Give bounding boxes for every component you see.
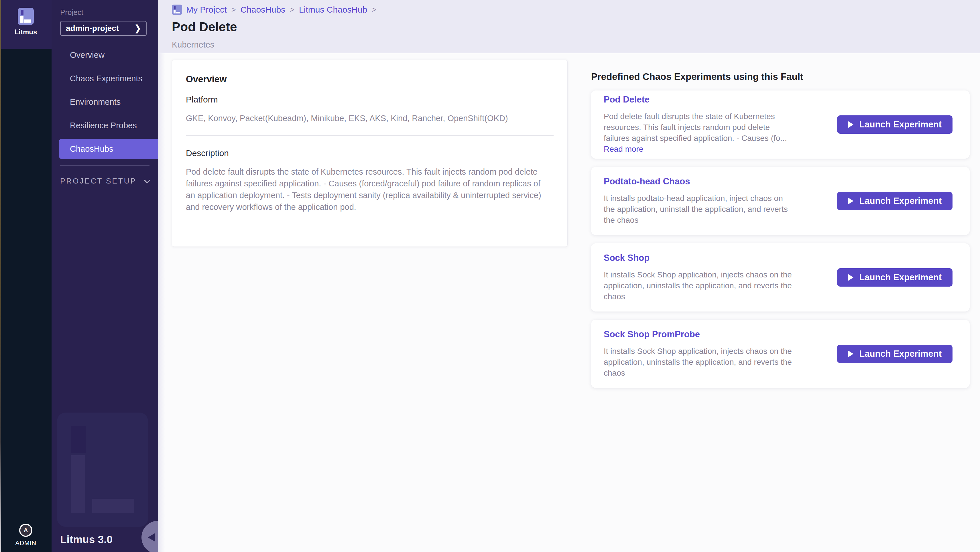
- sidebar-item-chaoshubs[interactable]: ChaosHubs: [59, 139, 158, 159]
- chevron-right-icon: ❯: [135, 23, 141, 33]
- breadcrumb-litmus-chaoshub[interactable]: Litmus ChaosHub: [299, 5, 367, 14]
- experiment-description: Pod delete fault disrupts the state of K…: [604, 111, 793, 154]
- sidebar-item-resilience-probes[interactable]: Resilience Probes: [51, 114, 158, 137]
- platform-list: GKE, Konvoy, Packet(Kubeadm), Minikube, …: [186, 114, 554, 123]
- experiment-title[interactable]: Pod Delete: [604, 94, 793, 105]
- project-setup-toggle[interactable]: PROJECT SETUP: [51, 177, 158, 186]
- experiment-description: It installs podtato-head application, in…: [604, 193, 793, 226]
- overview-divider: [186, 135, 554, 136]
- content: Overview Platform GKE, Konvoy, Packet(Ku…: [158, 53, 980, 388]
- play-icon: [848, 121, 853, 128]
- fault-description: Pod delete fault disrupts the state of K…: [186, 166, 544, 213]
- breadcrumb-separator: >: [371, 5, 377, 14]
- description-label: Description: [186, 148, 554, 158]
- project-setup-label: PROJECT SETUP: [60, 177, 137, 186]
- experiment-title[interactable]: Sock Shop: [604, 253, 793, 263]
- rail-spacer: [0, 49, 51, 523]
- page-title: Pod Delete: [172, 20, 980, 34]
- breadcrumb: My Project > ChaosHubs > Litmus ChaosHub…: [172, 5, 980, 15]
- avatar-initial: A: [24, 527, 28, 534]
- breadcrumb-my-project[interactable]: My Project: [186, 5, 227, 14]
- page-subtitle: Kubernetes: [172, 40, 980, 49]
- predefined-experiments-panel: Predefined Chaos Experiments using this …: [591, 60, 970, 388]
- platform-label: Platform: [186, 95, 554, 105]
- user-block: A ADMIN: [0, 523, 51, 552]
- experiment-card-sock-shop: Sock Shop It installs Sock Shop applicat…: [591, 243, 970, 312]
- play-icon: [848, 350, 853, 357]
- breadcrumb-separator: >: [289, 5, 295, 14]
- brand-name: Litmus: [14, 28, 37, 36]
- avatar[interactable]: A: [19, 523, 32, 537]
- version-label: Litmus 3.0: [60, 534, 113, 546]
- experiment-description: It installs Sock Shop application, injec…: [604, 346, 793, 379]
- read-more-link[interactable]: Read more: [604, 145, 643, 153]
- litmus-watermark-illustration: [57, 412, 148, 527]
- project-sidebar: Project admin-project ❯ Overview Chaos E…: [51, 0, 158, 552]
- experiment-title[interactable]: Podtato-head Chaos: [604, 177, 793, 187]
- main-area: My Project > ChaosHubs > Litmus ChaosHub…: [158, 0, 980, 552]
- breadcrumb-logo-icon: [172, 5, 182, 15]
- page-header: My Project > ChaosHubs > Litmus ChaosHub…: [158, 0, 980, 53]
- experiment-title[interactable]: Sock Shop PromProbe: [604, 329, 793, 340]
- project-label: Project: [60, 8, 158, 17]
- launch-experiment-button[interactable]: Launch Experiment: [837, 268, 953, 286]
- brand-rail: Litmus A ADMIN: [0, 0, 51, 552]
- predefined-experiments-heading: Predefined Chaos Experiments using this …: [591, 71, 970, 82]
- screen-edge-artifact: [0, 0, 1, 552]
- sidebar-nav: Overview Chaos Experiments Environments …: [51, 43, 158, 159]
- play-icon: [848, 197, 853, 204]
- fault-overview-card: Overview Platform GKE, Konvoy, Packet(Ku…: [172, 60, 568, 247]
- litmus-logo-icon: [18, 8, 34, 25]
- play-icon: [848, 274, 853, 281]
- overview-heading: Overview: [186, 74, 554, 84]
- app-window: Litmus A ADMIN Project admin-project ❯ O…: [0, 0, 980, 552]
- brand-block: Litmus: [0, 0, 51, 49]
- sidebar-item-environments[interactable]: Environments: [51, 90, 158, 114]
- project-selector[interactable]: admin-project ❯: [60, 21, 146, 36]
- launch-experiment-button[interactable]: Launch Experiment: [837, 192, 953, 210]
- launch-experiment-button[interactable]: Launch Experiment: [837, 345, 953, 363]
- sidebar-item-overview[interactable]: Overview: [51, 43, 158, 67]
- arrow-left-icon: [148, 533, 154, 541]
- experiment-card-sock-shop-promprobe: Sock Shop PromProbe It installs Sock Sho…: [591, 320, 970, 388]
- project-name: admin-project: [66, 24, 119, 33]
- experiment-description: It installs Sock Shop application, injec…: [604, 269, 793, 302]
- breadcrumb-separator: >: [231, 5, 237, 14]
- user-name: ADMIN: [15, 539, 36, 547]
- experiment-card-pod-delete: Pod Delete Pod delete fault disrupts the…: [591, 91, 970, 159]
- breadcrumb-chaoshubs[interactable]: ChaosHubs: [240, 5, 285, 14]
- sidebar-divider: [60, 165, 150, 166]
- chevron-down-icon: [144, 177, 150, 183]
- sidebar-item-chaos-experiments[interactable]: Chaos Experiments: [51, 67, 158, 90]
- experiment-card-podtato-head: Podtato-head Chaos It installs podtato-h…: [591, 167, 970, 235]
- launch-experiment-button[interactable]: Launch Experiment: [837, 115, 953, 134]
